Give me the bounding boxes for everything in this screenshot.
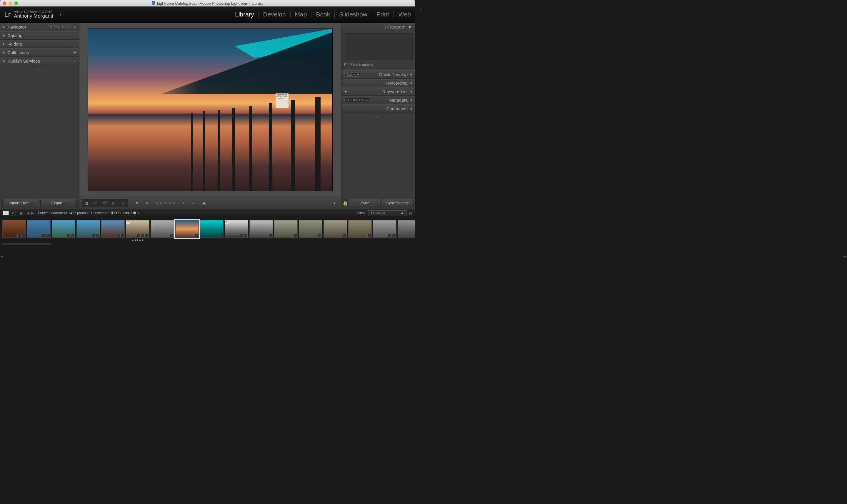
stack-count-badge: 2 <box>126 221 130 223</box>
filmstrip-thumb[interactable] <box>249 220 273 238</box>
people-view-icon[interactable]: ☺ <box>119 199 127 207</box>
flag-reject-icon[interactable]: ✕ <box>142 199 151 207</box>
chevron-down-icon: ▼ <box>408 24 412 30</box>
module-tab-develop[interactable]: Develop <box>259 11 290 18</box>
view-mode-switcher[interactable]: ▦ ▭ X|Y ▯▯ ☺ <box>82 199 128 207</box>
main-monitor-button[interactable]: 1 <box>3 211 9 215</box>
panel-action-buttons[interactable]: + <box>73 50 76 55</box>
quick-develop-preset-dropdown[interactable]: Custom◂▸ <box>344 72 361 77</box>
panel-header-comments[interactable]: Comments <box>342 104 415 113</box>
missing-photo-icon <box>344 63 348 66</box>
thumb-badge-icon <box>318 234 322 237</box>
disclosure-triangle-icon <box>3 51 5 54</box>
export-button[interactable]: Export... <box>40 199 77 207</box>
nav-zoom-11[interactable]: 1:1 <box>62 25 66 29</box>
module-tab-library[interactable]: Library <box>230 11 259 18</box>
grid-toggle-icon[interactable]: ▦ <box>19 211 23 215</box>
filter-label: Filter : <box>357 211 366 215</box>
source-path-label[interactable]: Folder : Waterfront 1417 photos / 1 sele… <box>38 211 139 215</box>
panel-header-collections[interactable]: Collections+ <box>0 48 79 57</box>
sync-button[interactable]: Sync <box>349 199 381 207</box>
module-tab-book[interactable]: Book <box>311 11 335 18</box>
identity-plate-bar: Lr Adobe Lightroom CC 2015 Anthony Morga… <box>0 6 415 23</box>
metadata-preset-dropdown[interactable]: EXIF and IPTC◂▸ <box>344 98 370 102</box>
thumb-badge-icon <box>96 234 99 237</box>
left-panel-grip-icon[interactable]: ◀ <box>0 252 3 261</box>
filmstrip-thumb[interactable] <box>175 220 199 238</box>
filmstrip-thumb[interactable] <box>151 220 174 238</box>
histogram-panel-header[interactable]: Histogram ▼ <box>342 23 415 31</box>
panel-header-metadata[interactable]: EXIF and IPTC◂▸Metadata <box>342 96 415 104</box>
import-button[interactable]: Import From... <box>2 199 39 207</box>
disclosure-triangle-icon <box>410 82 412 85</box>
filmstrip-thumb[interactable] <box>299 220 322 238</box>
rating-stars[interactable]: ★★★★★ <box>155 200 176 206</box>
reveal-menubar-icon[interactable] <box>420 6 427 9</box>
identity-menu-chevron-icon[interactable]: ▼ <box>59 13 62 16</box>
filmstrip-thumb[interactable] <box>200 220 224 238</box>
nav-zoom-stepper-icon[interactable]: ◂▸ <box>73 25 76 29</box>
nav-zoom-21[interactable]: 2:1 <box>67 25 71 29</box>
filmstrip-thumb[interactable] <box>398 220 415 238</box>
nav-zoom-fit[interactable]: FIT <box>48 25 52 29</box>
filmstrip-thumb[interactable]: 2 <box>225 220 248 238</box>
thumb-badge-icon <box>91 234 95 237</box>
panel-header-folders[interactable]: Folders− + <box>0 40 79 48</box>
module-tab-web[interactable]: Web <box>394 11 411 18</box>
filmstrip-thumb[interactable] <box>76 220 100 238</box>
panel-action-buttons[interactable]: − + <box>69 41 76 47</box>
panel-header-keyword-list[interactable]: +Keyword List <box>342 87 415 96</box>
panel-header-publish-services[interactable]: Publish Services+ <box>0 57 79 65</box>
filmstrip-thumb[interactable] <box>373 220 396 238</box>
thumb-badge-icon <box>219 234 223 237</box>
rotate-cw-icon[interactable]: ↵ <box>190 199 198 207</box>
navigator-panel-header[interactable]: Navigator FITFILL1:12:1◂▸ <box>0 23 79 31</box>
filmstrip[interactable]: 2★★★★★2 <box>0 217 415 243</box>
module-tab-map[interactable]: Map <box>291 11 312 18</box>
flag-pick-icon[interactable]: ⚑ <box>132 199 141 207</box>
filter-preset-dropdown[interactable]: Filters Off◂▸ <box>368 211 407 215</box>
filmstrip-thumb[interactable] <box>27 220 51 238</box>
loupe-view-icon[interactable]: ▭ <box>91 199 100 207</box>
photo-missing-label: Photo is missing <box>350 63 373 67</box>
filmstrip-thumb[interactable] <box>101 220 125 238</box>
disclosure-triangle-icon <box>410 99 412 102</box>
nav-back-icon[interactable]: ◀ <box>26 211 30 215</box>
sync-lock-icon[interactable]: 🔒 <box>343 199 348 207</box>
filmstrip-thumb[interactable] <box>348 220 372 238</box>
module-tab-slideshow[interactable]: Slideshow <box>335 11 372 18</box>
filmstrip-thumb[interactable] <box>52 220 75 238</box>
second-monitor-button[interactable]: 2 <box>10 211 16 215</box>
grid-view-icon[interactable]: ▦ <box>82 199 91 207</box>
module-tab-print[interactable]: Print <box>372 11 394 18</box>
window-title: Lightroom Catalog.lrcat - Adobe Photosho… <box>157 1 263 5</box>
rotate-ccw-icon[interactable]: ↶ <box>180 199 189 207</box>
add-keyword-icon[interactable]: + <box>344 89 347 94</box>
nav-zoom-fill[interactable]: FILL <box>54 25 60 29</box>
panel-header-catalog[interactable]: Catalog <box>0 31 79 40</box>
thumb-badge-icon <box>67 234 71 237</box>
panel-header-quick-develop[interactable]: Custom◂▸Quick Develop <box>342 70 415 79</box>
nav-fwd-icon[interactable]: ▶ <box>31 211 34 215</box>
thumb-badge-icon <box>293 234 297 237</box>
loupe-view[interactable]: NO SWIMMING NO LIFEGUARD ON DUTY <box>80 23 341 197</box>
panel-action-buttons[interactable]: + <box>73 58 76 64</box>
compare-view-icon[interactable]: X|Y <box>100 199 109 207</box>
thumb-badge-icon <box>46 234 50 237</box>
navigator-zoom-options[interactable]: FITFILL1:12:1◂▸ <box>48 25 76 29</box>
filmstrip-thumb[interactable] <box>2 220 26 238</box>
filmstrip-scrollbar[interactable] <box>0 243 415 246</box>
toolbar-menu-chevron-icon[interactable]: ▾ <box>330 199 339 207</box>
histogram-label: Histogram <box>385 24 405 30</box>
filmstrip-thumb[interactable]: 2★★★★★ <box>126 220 150 238</box>
filter-lock-icon[interactable]: ◻ <box>409 211 412 215</box>
identity-plate-name[interactable]: Anthony Morganti <box>14 14 53 19</box>
survey-view-icon[interactable]: ▯▯ <box>109 199 118 207</box>
right-panel-grip-icon[interactable]: ▶ <box>844 252 847 261</box>
thumb-badge-icon <box>116 234 120 237</box>
panel-header-keywording[interactable]: Keywording <box>342 79 415 87</box>
face-tag-icon[interactable]: ◉ <box>200 199 208 207</box>
sync-settings-button[interactable]: Sync Settings <box>382 199 414 207</box>
filmstrip-thumb[interactable] <box>274 220 298 238</box>
filmstrip-thumb[interactable] <box>324 220 347 238</box>
